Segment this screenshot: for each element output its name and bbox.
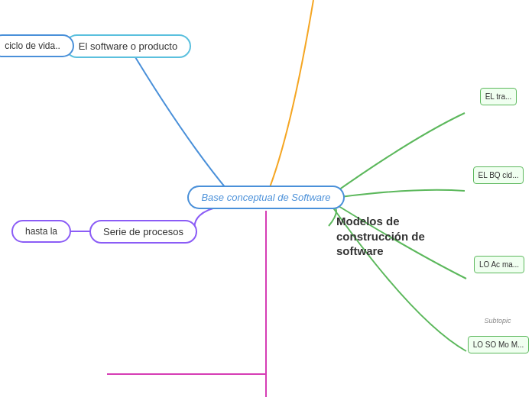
center-node-label: Base conceptual de Software [187,186,344,209]
center-node[interactable]: Base conceptual de Software [201,183,331,211]
node-ciclo-vida[interactable]: ciclo de vida.. [0,34,65,58]
node-right-bottom[interactable]: LO SO Mo M... [465,336,532,353]
ciclo-vida-label: ciclo de vida.. [0,34,74,57]
right-top-label: EL tra... [480,88,517,105]
right-bottom-label: LO SO Mo M... [468,336,530,353]
modelos-label: Modelos de construcción de software [336,214,474,259]
node-hasta-la[interactable]: hasta la [14,219,69,244]
node-right-top[interactable]: EL tra... [465,88,532,105]
node-subtopic-label: Subtopic [466,317,529,324]
node-right-lower[interactable]: LO Ac ma... [466,256,532,273]
node-right-mid[interactable]: EL BQ cid... [465,166,532,184]
software-producto-label: El software o producto [65,34,191,58]
hasta-la-label: hasta la [11,220,71,243]
node-serie-procesos[interactable]: Serie de procesos [92,219,195,244]
right-lower-label: LO Ac ma... [474,256,524,273]
serie-procesos-label: Serie de procesos [89,220,197,244]
node-modelos[interactable]: Modelos de construcción de software [329,214,482,259]
right-mid-label: EL BQ cid... [473,166,524,184]
node-software-producto[interactable]: El software o producto [69,34,187,58]
mind-map-container: Base conceptual de Software El software … [0,0,532,397]
